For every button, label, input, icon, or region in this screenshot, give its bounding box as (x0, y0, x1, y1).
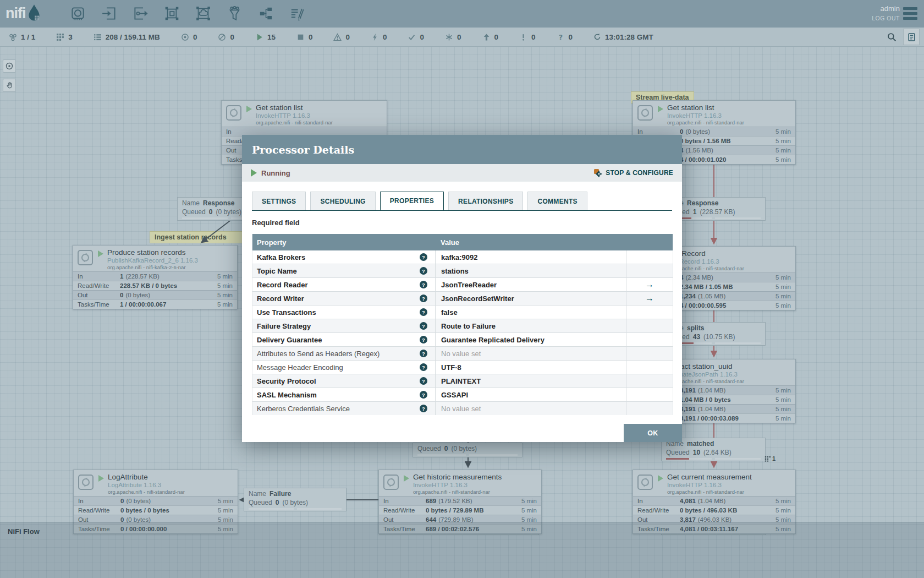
goto-cell (626, 361, 673, 374)
template-toolbar-icon[interactable] (258, 6, 273, 21)
output-port-toolbar-icon[interactable] (133, 6, 148, 21)
tab-scheduling[interactable]: SCHEDULING (310, 192, 375, 210)
stop-and-configure-button[interactable]: STOP & CONFIGURE (593, 168, 673, 177)
property-row: Record Writer?JsonRecordSetWriter→ (252, 292, 673, 306)
property-column-header: Property (252, 238, 435, 247)
processor-stat-row: Tasks/Time1 / 00:00:00.0675 min (73, 299, 237, 309)
property-value: JsonTreeReader (435, 278, 626, 291)
breadcrumb[interactable]: NiFi Flow (8, 527, 40, 536)
property-name: Failure Strategy? (252, 322, 435, 330)
refresh-icon[interactable] (593, 33, 601, 41)
queue-progress-bar (666, 458, 761, 460)
goto-service-button[interactable]: → (626, 278, 673, 291)
label-toolbar-icon[interactable] (290, 6, 305, 21)
compass-icon (6, 62, 13, 70)
help-icon[interactable]: ? (420, 391, 427, 399)
connection-label[interactable]: Queued0(0 bytes) (413, 443, 522, 457)
input-port-toolbar-icon[interactable] (102, 6, 117, 21)
stat-value-bold: 3,191 (680, 387, 696, 394)
property-row: Topic Name?stations (252, 264, 673, 278)
processor-bundle: org.apache.nifi - nifi-standard-nar (667, 119, 744, 126)
run-status-icon (98, 475, 104, 482)
flow-label[interactable]: Ingest station records (150, 231, 246, 243)
processor-bundle: org.apache.nifi - nifi-kafka-2-6-nar (107, 264, 186, 270)
stat-value-bold: 228.57 KB / 0 bytes (120, 282, 177, 289)
connection-label[interactable]: NameFailureQueued0(0 bytes) (244, 488, 346, 511)
tab-properties[interactable]: PROPERTIES (380, 192, 444, 210)
stat-value-bold: 1 (120, 273, 123, 280)
search-button[interactable] (886, 31, 898, 43)
ok-button[interactable]: OK (624, 424, 682, 442)
property-value: JsonRecordSetWriter (435, 292, 626, 305)
status-count: 0 (345, 33, 350, 41)
property-name: Attributes to Send as Headers (Regex)? (252, 350, 435, 358)
funnel-toolbar-icon[interactable] (227, 6, 242, 21)
processor-stat-row: Read/Write0 bytes / 729.89 MB5 min (379, 505, 541, 515)
remote-process-group-toolbar-icon[interactable] (196, 6, 211, 21)
tab-settings[interactable]: SETTINGS (252, 192, 306, 210)
stat-value-rest: (1.04 MB) (698, 498, 726, 504)
stat-value-rest: (0 bytes) (685, 128, 710, 135)
status-count: 0 (569, 33, 573, 41)
processor-type: InvokeHTTP 1.16.3 (413, 482, 468, 488)
status-count: 0 (457, 33, 461, 41)
help-icon[interactable]: ? (420, 377, 427, 385)
status-count: 15 (267, 33, 276, 41)
status-item-queue: 208 / 159.11 MB (94, 33, 160, 41)
connection-label-value: 43 (693, 332, 700, 341)
processor[interactable]: Produce station recordsPublishKafkaRecor… (73, 245, 238, 309)
operate-panel-button[interactable] (903, 29, 920, 45)
connection-label-value: 0 (444, 444, 448, 453)
global-menu-icon[interactable] (903, 7, 917, 22)
connection-label-value: splits (687, 324, 704, 332)
stat-value: 4 / 00:00:01.020 (680, 156, 769, 163)
processor-name: Produce station records (107, 248, 186, 257)
stat-value: 0 bytes / 496.03 KB (680, 507, 769, 514)
help-icon[interactable]: ? (420, 253, 427, 261)
processor-bundle: org.apache.nifi - nifi-standard-nar (413, 489, 490, 495)
stat-value: 1,234(1.05 MB) (680, 293, 769, 299)
stat-value: 4(1.56 MB) (680, 147, 769, 154)
help-icon[interactable]: ? (420, 281, 427, 288)
processor-stat-row: Read/Write0 bytes / 0 bytes5 min (74, 505, 238, 515)
connection-label-size: (10.75 KB) (703, 332, 735, 341)
processor-toolbar-icon[interactable] (70, 6, 85, 21)
property-name-text: Security Protocol (257, 377, 316, 385)
property-row: Kerberos Credentials Service?No value se… (252, 402, 673, 415)
queue-progress-bar (417, 454, 518, 456)
stat-period: 5 min (769, 415, 791, 422)
nifi-logo-text: nifi (6, 5, 26, 22)
process-group-toolbar-icon[interactable] (164, 6, 179, 21)
queue-icon (94, 33, 102, 41)
logout-link[interactable]: LOG OUT (872, 15, 900, 21)
help-icon[interactable]: ? (420, 322, 427, 330)
queue-progress-segment (297, 508, 342, 510)
locally-modified-icon (445, 33, 453, 41)
help-icon[interactable]: ? (420, 336, 427, 343)
palette-navigate-button[interactable] (3, 59, 16, 73)
tab-comments[interactable]: COMMENTS (527, 192, 587, 210)
stat-period: 5 min (515, 498, 537, 504)
status-item-stopped: 0 (296, 33, 313, 41)
stat-value: 1 / 00:00:00.067 (120, 301, 211, 308)
property-row: Delivery Guarantee?Guarantee Replicated … (252, 333, 673, 347)
help-icon[interactable]: ? (420, 267, 427, 275)
status-item-up-to-date: 0 (408, 33, 424, 41)
processor-name: Get historic measurements (413, 473, 502, 481)
property-row: SASL Mechanism?GSSAPI (252, 388, 673, 402)
stat-value-bold: 1 / 00:00:00.067 (120, 301, 166, 308)
help-icon[interactable]: ? (420, 405, 427, 412)
processor-stat-row: In689(179.52 KB)5 min (379, 496, 541, 505)
tab-relationships[interactable]: RELATIONSHIPS (448, 192, 523, 210)
help-icon[interactable]: ? (420, 295, 427, 302)
palette-operate-button[interactable] (3, 79, 16, 92)
help-icon[interactable]: ? (420, 350, 427, 357)
stat-value-bold: 1.04 MB / 0 bytes (680, 396, 731, 403)
stop-and-configure-label: STOP & CONFIGURE (606, 169, 673, 177)
goto-service-button[interactable]: → (626, 292, 673, 305)
property-name: Message Header Encoding? (252, 363, 435, 372)
help-icon[interactable]: ? (420, 363, 427, 371)
processor-icon (637, 105, 653, 121)
processor-name: Get station list (667, 103, 714, 112)
help-icon[interactable]: ? (420, 308, 427, 316)
